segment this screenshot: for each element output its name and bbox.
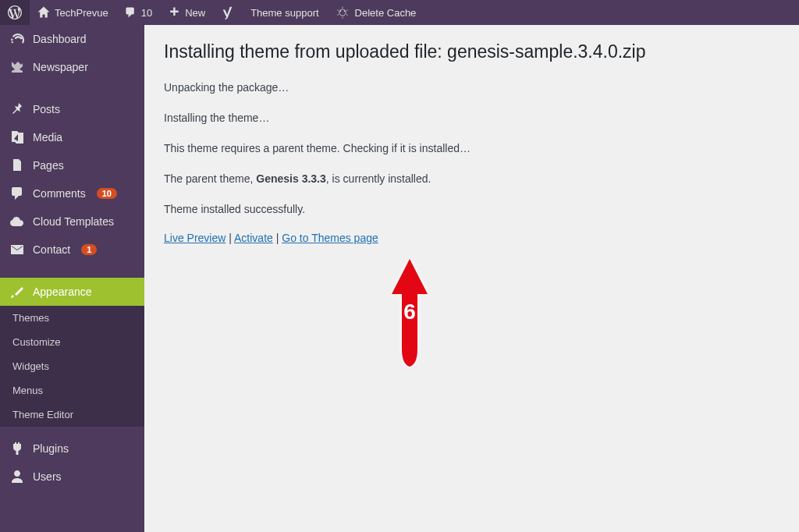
new-content[interactable]: New bbox=[160, 0, 213, 25]
plus-icon bbox=[168, 6, 180, 19]
activate-link[interactable]: Activate bbox=[234, 232, 273, 244]
contact-badge: 1 bbox=[81, 244, 97, 255]
sidebar-item-contact[interactable]: Contact 1 bbox=[0, 236, 144, 264]
status-success: Theme installed successfully. bbox=[164, 201, 779, 218]
site-link[interactable]: TechPrevue bbox=[30, 0, 116, 25]
cloud-icon bbox=[9, 214, 25, 229]
main-content: Installing theme from uploaded file: gen… bbox=[144, 25, 799, 532]
sidebar-item-label: Pages bbox=[33, 159, 64, 172]
sidebar-item-appearance[interactable]: Appearance bbox=[0, 278, 144, 306]
svg-point-1 bbox=[339, 11, 341, 12]
sidebar-item-label: Users bbox=[33, 470, 62, 483]
theme-support-link[interactable]: Theme support bbox=[243, 0, 326, 25]
submenu-themes[interactable]: Themes bbox=[0, 306, 144, 330]
new-label: New bbox=[185, 7, 205, 19]
live-preview-link[interactable]: Live Preview bbox=[164, 232, 225, 244]
comment-icon bbox=[124, 6, 137, 19]
sidebar-item-dashboard[interactable]: Dashboard bbox=[0, 25, 144, 53]
comments-badge: 10 bbox=[97, 188, 117, 199]
theme-support-label: Theme support bbox=[250, 7, 318, 19]
status-installing: Installing the theme… bbox=[164, 110, 779, 126]
pin-icon bbox=[9, 101, 25, 117]
yoast-icon bbox=[221, 5, 235, 20]
sidebar-item-comments[interactable]: Comments 10 bbox=[0, 179, 144, 207]
submenu-widgets[interactable]: Widgets bbox=[0, 354, 144, 378]
sidebar-item-pages[interactable]: Pages bbox=[0, 151, 144, 179]
comments-link[interactable]: 10 bbox=[116, 0, 160, 25]
sidebar-item-plugins[interactable]: Plugins bbox=[0, 434, 144, 463]
parent-theme-name: Genesis 3.3.3 bbox=[256, 172, 326, 185]
comments-count: 10 bbox=[141, 7, 152, 19]
envelope-icon bbox=[9, 242, 25, 257]
admin-sidebar: Dashboard Newspaper Posts Media Pages Co… bbox=[0, 25, 144, 532]
submenu-theme-editor[interactable]: Theme Editor bbox=[0, 403, 144, 427]
appearance-submenu: Themes Customize Widgets Menus Theme Edi… bbox=[0, 306, 144, 427]
sidebar-item-label: Posts bbox=[33, 103, 60, 115]
sidebar-item-label: Comments bbox=[33, 187, 86, 200]
home-icon bbox=[37, 6, 50, 19]
comments-icon bbox=[9, 186, 25, 201]
sidebar-item-users[interactable]: Users bbox=[0, 463, 144, 491]
sidebar-item-label: Media bbox=[33, 131, 62, 144]
submenu-customize[interactable]: Customize bbox=[0, 330, 144, 354]
sidebar-item-label: Dashboard bbox=[33, 33, 87, 45]
sidebar-item-label: Newspaper bbox=[33, 61, 88, 73]
annotation-arrow: 6 bbox=[390, 259, 429, 368]
theme-action-links: Live Preview | Activate | Go to Themes p… bbox=[164, 232, 779, 244]
status-parent-installed: The parent theme, Genesis 3.3.3, is curr… bbox=[164, 171, 779, 187]
sidebar-item-posts[interactable]: Posts bbox=[0, 95, 144, 123]
user-icon bbox=[9, 469, 25, 484]
sidebar-item-media[interactable]: Media bbox=[0, 123, 144, 151]
page-title: Installing theme from uploaded file: gen… bbox=[164, 41, 779, 64]
delete-cache[interactable]: Delete Cache bbox=[327, 0, 424, 25]
svg-point-0 bbox=[339, 9, 345, 16]
sidebar-item-label: Contact bbox=[33, 243, 70, 256]
sidebar-item-label: Appearance bbox=[33, 286, 92, 298]
wordpress-icon bbox=[8, 5, 22, 20]
brush-icon bbox=[9, 284, 25, 300]
lion-icon bbox=[335, 5, 350, 20]
sidebar-item-cloud-templates[interactable]: Cloud Templates bbox=[0, 207, 144, 236]
dashboard-icon bbox=[9, 31, 25, 47]
yoast-menu[interactable] bbox=[213, 0, 243, 25]
themes-page-link[interactable]: Go to Themes page bbox=[282, 232, 378, 244]
svg-point-2 bbox=[343, 11, 345, 12]
status-parent-check: This theme requires a parent theme. Chec… bbox=[164, 140, 779, 157]
pages-icon bbox=[9, 158, 25, 173]
admin-toolbar: TechPrevue 10 New Theme support Delete C… bbox=[0, 0, 799, 25]
sidebar-item-newspaper[interactable]: Newspaper bbox=[0, 53, 144, 81]
submenu-menus[interactable]: Menus bbox=[0, 378, 144, 403]
sidebar-item-label: Cloud Templates bbox=[33, 215, 114, 228]
wp-logo[interactable] bbox=[0, 0, 30, 25]
media-icon bbox=[9, 129, 25, 145]
site-name: TechPrevue bbox=[55, 7, 108, 19]
sidebar-item-label: Plugins bbox=[33, 442, 69, 455]
delete-cache-label: Delete Cache bbox=[355, 7, 417, 19]
newspaper-icon bbox=[9, 59, 25, 75]
status-unpacking: Unpacking the package… bbox=[164, 80, 779, 96]
annotation-number: 6 bbox=[403, 300, 416, 325]
plugin-icon bbox=[9, 441, 25, 456]
